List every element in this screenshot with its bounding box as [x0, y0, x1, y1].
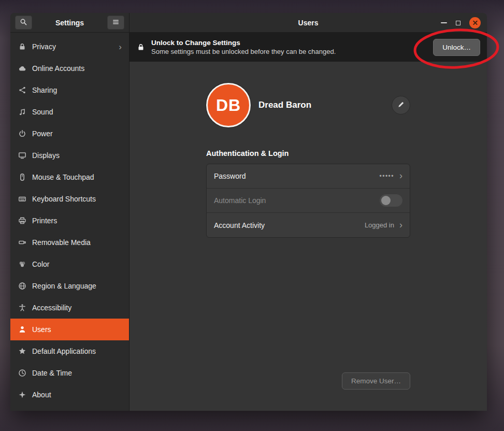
account-activity-value: Logged in: [365, 221, 394, 229]
sidebar-item-label: Keyboard Shortcuts: [32, 195, 122, 203]
sidebar-item-label: Power: [32, 130, 122, 138]
users-content: DB Dread Baron Authentication & Login Pa…: [129, 62, 487, 411]
sidebar-item-keyboard-shortcuts[interactable]: Keyboard Shortcuts ›: [10, 188, 129, 210]
removable-media-icon: [18, 238, 26, 247]
content-footer: Remove User…: [206, 372, 410, 390]
sidebar-item-label: Default Applications: [32, 347, 122, 355]
sidebar-item-default-applications[interactable]: Default Applications ›: [10, 340, 129, 362]
desktop-background: Settings Privacy › Online Accounts › Sha…: [0, 0, 504, 431]
unlock-button[interactable]: Unlock…: [433, 39, 480, 56]
chevron-right-icon: ›: [399, 220, 402, 229]
sidebar-item-label: Mouse & Touchpad: [32, 173, 122, 181]
chevron-right-icon: ›: [399, 171, 402, 180]
account-activity-label: Account Activity: [214, 221, 365, 229]
sidebar-item-mouse-touchpad[interactable]: Mouse & Touchpad ›: [10, 166, 129, 188]
power-icon: [18, 130, 26, 138]
sidebar-item-label: Region & Language: [32, 282, 122, 290]
main-panel: Users Unlock to Change Settings Some set…: [129, 13, 487, 411]
sidebar-item-color[interactable]: Color ›: [10, 253, 129, 275]
sidebar-item-label: Users: [32, 325, 122, 334]
auth-login-card: Password ••••• › Automatic Login Account…: [206, 164, 410, 238]
sidebar-nav: Privacy › Online Accounts › Sharing › So…: [10, 33, 129, 411]
star-icon: [18, 347, 26, 355]
sidebar-item-about[interactable]: About ›: [10, 384, 129, 406]
printer-icon: [18, 217, 26, 225]
lock-icon: [18, 42, 26, 51]
maximize-icon: [456, 21, 460, 25]
sidebar-item-label: About: [32, 391, 122, 399]
menu-button[interactable]: [107, 16, 124, 30]
cloud-icon: [18, 64, 26, 73]
unlock-infobar: Unlock to Change Settings Some settings …: [129, 33, 487, 62]
sidebar-title: Settings: [32, 19, 107, 27]
infobar-subtitle: Some settings must be unlocked before th…: [151, 48, 427, 55]
remove-user-button[interactable]: Remove User…: [342, 372, 410, 390]
sidebar-item-label: Privacy: [32, 42, 113, 51]
automatic-login-label: Automatic Login: [214, 196, 380, 205]
sidebar-item-accessibility[interactable]: Accessibility ›: [10, 297, 129, 319]
lock-icon: [137, 43, 145, 51]
sidebar-item-label: Date & Time: [32, 369, 122, 377]
sidebar-item-removable-media[interactable]: Removable Media ›: [10, 232, 129, 253]
sidebar-item-label: Sound: [32, 108, 122, 116]
sidebar-item-region-language[interactable]: Region & Language ›: [10, 275, 129, 297]
password-value: •••••: [379, 173, 394, 180]
sidebar-item-label: Displays: [32, 151, 122, 160]
color-icon: [18, 260, 26, 268]
user-name: Dread Baron: [258, 100, 392, 110]
sidebar-item-users[interactable]: Users ›: [10, 319, 129, 340]
pencil-icon: [397, 100, 405, 110]
globe-icon: [18, 282, 26, 290]
edit-name-button[interactable]: [392, 96, 410, 114]
sidebar-item-printers[interactable]: Printers ›: [10, 210, 129, 232]
sidebar-item-power[interactable]: Power ›: [10, 123, 129, 145]
automatic-login-toggle[interactable]: [380, 194, 402, 207]
search-icon: [20, 18, 27, 27]
section-title: Authentication & Login: [206, 149, 410, 157]
sidebar-item-date-time[interactable]: Date & Time ›: [10, 362, 129, 384]
chevron-right-icon: ›: [119, 42, 122, 51]
headerbar: Users: [129, 13, 487, 33]
users-icon: [18, 325, 26, 334]
maximize-button[interactable]: [456, 21, 460, 25]
avatar-initials: DB: [216, 96, 241, 115]
sidebar: Settings Privacy › Online Accounts › Sha…: [10, 13, 129, 411]
search-button[interactable]: [15, 16, 32, 30]
sidebar-item-online-accounts[interactable]: Online Accounts ›: [10, 58, 129, 79]
window-controls: [441, 13, 481, 33]
automatic-login-row: Automatic Login: [207, 189, 410, 213]
infobar-title: Unlock to Change Settings: [151, 39, 427, 47]
sidebar-item-label: Color: [32, 260, 122, 268]
account-activity-row[interactable]: Account Activity Logged in ›: [207, 213, 410, 237]
sidebar-header: Settings: [10, 13, 129, 33]
minimize-button[interactable]: [441, 22, 447, 23]
display-icon: [18, 151, 26, 160]
sidebar-item-privacy[interactable]: Privacy ›: [10, 36, 129, 58]
minimize-icon: [441, 22, 447, 23]
mouse-icon: [18, 173, 26, 181]
password-label: Password: [214, 172, 379, 180]
user-header: DB Dread Baron: [206, 83, 410, 127]
avatar: DB: [206, 83, 251, 127]
sidebar-item-label: Accessibility: [32, 304, 122, 312]
settings-window: Settings Privacy › Online Accounts › Sha…: [10, 13, 487, 411]
sidebar-item-displays[interactable]: Displays ›: [10, 145, 129, 166]
sidebar-item-label: Sharing: [32, 86, 122, 94]
sidebar-item-sound[interactable]: Sound ›: [10, 101, 129, 123]
sidebar-item-sharing[interactable]: Sharing ›: [10, 79, 129, 101]
accessibility-icon: [18, 304, 26, 312]
keyboard-icon: [18, 195, 26, 203]
password-row[interactable]: Password ••••• ›: [207, 164, 410, 189]
sidebar-item-label: Removable Media: [32, 238, 122, 247]
sidebar-item-label: Online Accounts: [32, 64, 122, 73]
sidebar-item-label: Printers: [32, 217, 122, 225]
clock-icon: [18, 369, 26, 377]
page-title: Users: [298, 19, 319, 27]
close-button[interactable]: [469, 17, 481, 28]
hamburger-menu-icon: [112, 18, 120, 27]
music-icon: [18, 108, 26, 116]
sparkle-icon: [18, 391, 26, 399]
sharing-icon: [18, 86, 26, 94]
